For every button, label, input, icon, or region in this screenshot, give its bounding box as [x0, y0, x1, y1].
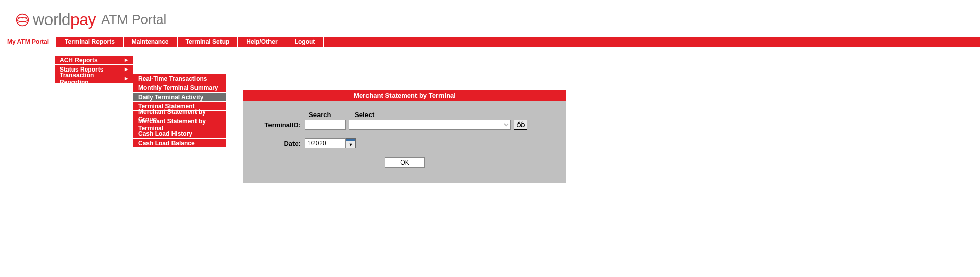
logo-text-pay: pay: [70, 10, 96, 29]
svg-point-0: [17, 14, 29, 26]
header-logo-area: worldpay ATM Portal: [0, 0, 980, 37]
logo-text-world: world: [33, 10, 70, 29]
nav-terminal-reports[interactable]: Terminal Reports: [57, 37, 124, 47]
worldpay-logo: worldpay ATM Portal: [15, 10, 980, 29]
nav-terminal-setup[interactable]: Terminal Setup: [178, 37, 238, 47]
logo-tagline: ATM Portal: [101, 12, 166, 28]
globe-icon: [15, 13, 30, 27]
nav-help-other[interactable]: Help/Other: [238, 37, 286, 47]
nav-maintenance[interactable]: Maintenance: [124, 37, 178, 47]
nav-my-atm-portal[interactable]: My ATM Portal: [0, 37, 56, 47]
nav-logout[interactable]: Logout: [286, 37, 324, 47]
main-navbar: My ATM Portal Terminal Reports Maintenan…: [0, 37, 980, 47]
